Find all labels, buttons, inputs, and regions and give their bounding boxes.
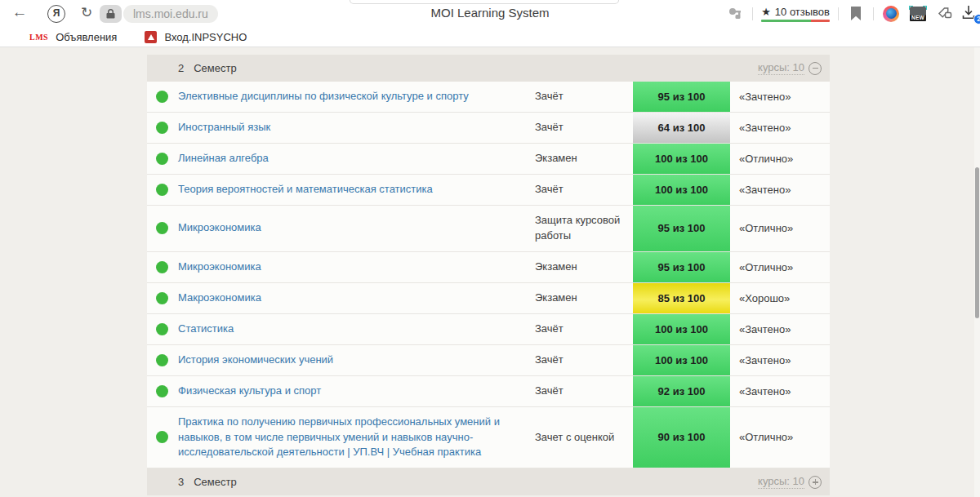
- bookmarks-bar: LMS Объявления Вход.INPSYCHO: [0, 27, 980, 47]
- course-link[interactable]: Микроэкономика: [178, 260, 261, 275]
- score-badge: 64 из 100: [633, 113, 730, 143]
- courses-count-link[interactable]: курсы: 10: [758, 475, 804, 489]
- courses-count-link[interactable]: курсы: 10: [758, 61, 804, 75]
- site-rating[interactable]: ★ 10 отзывов: [761, 6, 830, 22]
- grade-text: «Зачтено»: [730, 376, 830, 406]
- grade-text: «Зачтено»: [730, 82, 830, 112]
- score-badge: 100 из 100: [633, 175, 730, 205]
- assessment-type: Зачёт: [535, 345, 633, 375]
- separator: [752, 7, 753, 20]
- separator: [838, 7, 839, 20]
- screenshot-tool-icon[interactable]: NEW: [908, 7, 928, 21]
- course-row: Статистика Зачёт 100 из 100 «Зачтено»: [147, 314, 830, 345]
- assessment-type: Экзамен: [535, 252, 633, 282]
- downloads-button[interactable]: 2: [962, 5, 978, 23]
- collapse-semester-button[interactable]: [808, 62, 822, 75]
- url-text[interactable]: lms.moi.edu.ru: [123, 5, 218, 23]
- course-link[interactable]: Практика по получению первичных професси…: [178, 415, 520, 461]
- grade-text: «Отлично»: [730, 206, 830, 251]
- status-dot-icon: [156, 385, 168, 397]
- status-dot-icon: [156, 122, 168, 134]
- score-badge: 95 из 100: [633, 206, 730, 251]
- course-link[interactable]: Физическая культура и спорт: [178, 384, 321, 399]
- score-badge: 92 из 100: [633, 376, 730, 406]
- status-dot-icon: [156, 354, 168, 366]
- course-row: Микроэкономика Защита курсовой работы 95…: [147, 206, 830, 252]
- bookmark-inpsycho[interactable]: Вход.INPSYCHO: [145, 31, 247, 43]
- status-dot-icon: [156, 222, 168, 234]
- bookmark-announcements[interactable]: LMS Объявления: [29, 31, 117, 43]
- assessment-type: Зачет с оценкой: [535, 407, 633, 468]
- separator: [873, 7, 874, 20]
- address-bar[interactable]: lms.moi.edu.ru: [100, 5, 218, 23]
- status-dot-icon: [156, 153, 168, 165]
- assessment-type: Зачёт: [535, 376, 633, 406]
- course-link[interactable]: Теория вероятностей и математическая ста…: [178, 182, 433, 197]
- course-link[interactable]: Линейная алгебра: [178, 151, 269, 166]
- expand-semester-button[interactable]: [808, 476, 822, 489]
- active-tab-edge: [350, 0, 619, 4]
- bookmark-label: Вход.INPSYCHO: [164, 31, 247, 43]
- scrollbar-thumb[interactable]: [975, 167, 979, 318]
- grade-text: «Хорошо»: [730, 283, 830, 313]
- status-dot-icon: [156, 261, 168, 273]
- lms-favicon: LMS: [29, 33, 48, 42]
- course-link[interactable]: Статистика: [178, 322, 234, 337]
- course-row: Элективные дисциплины по физической куль…: [147, 82, 830, 113]
- assessment-type: Зачёт: [535, 82, 633, 112]
- rating-bar: [761, 20, 830, 22]
- lock-icon[interactable]: [100, 5, 122, 23]
- rating-text: 10 отзывов: [775, 6, 830, 18]
- course-link[interactable]: Микроэкономика: [178, 220, 261, 236]
- course-row: Линейная алгебра Экзамен 100 из 100 «Отл…: [147, 144, 830, 175]
- course-row: Практика по получению первичных професси…: [147, 407, 830, 469]
- grade-text: «Отлично»: [730, 252, 830, 282]
- collections-tag-icon[interactable]: [936, 5, 954, 23]
- course-link[interactable]: История экономических учений: [178, 353, 333, 368]
- assessment-type: Зачёт: [535, 175, 633, 205]
- extension-browser-icon[interactable]: [882, 5, 900, 23]
- semester-number: 2: [178, 62, 184, 74]
- status-dot-icon: [156, 292, 168, 304]
- grade-text: «Отлично»: [730, 407, 830, 468]
- back-button[interactable]: ←: [10, 2, 29, 22]
- refresh-button[interactable]: ↻: [77, 3, 96, 23]
- page-content: 2 Семестр курсы: 10 Элективные дисциплин…: [0, 47, 980, 497]
- status-dot-icon: [156, 431, 168, 443]
- bookmark-icon[interactable]: [847, 5, 865, 23]
- semester-3-header: 3 Семестр курсы: 10: [147, 468, 830, 495]
- score-badge: 95 из 100: [633, 82, 730, 112]
- course-link[interactable]: Иностранный язык: [178, 120, 270, 135]
- grade-text: «Зачтено»: [730, 113, 830, 143]
- star-icon: ★: [761, 6, 771, 18]
- course-rows: Элективные дисциплины по физической куль…: [147, 82, 830, 468]
- status-dot-icon: [156, 91, 168, 103]
- score-badge: 85 из 100: [633, 283, 730, 313]
- yandex-button[interactable]: Я: [47, 5, 65, 23]
- assessment-type: Защита курсовой работы: [535, 206, 633, 251]
- course-link[interactable]: Макроэкономика: [178, 291, 261, 306]
- score-badge: 90 из 100: [633, 407, 730, 468]
- course-row: Микроэкономика Экзамен 95 из 100 «Отличн…: [147, 252, 830, 283]
- scrollbar-track[interactable]: [974, 47, 980, 497]
- course-row: История экономических учений Зачёт 100 и…: [147, 345, 830, 376]
- assessment-type: Экзамен: [535, 283, 633, 313]
- semester-2-header: 2 Семестр курсы: 10: [147, 55, 830, 82]
- protect-key-icon[interactable]: [726, 5, 744, 23]
- course-link[interactable]: Элективные дисциплины по физической куль…: [178, 89, 469, 104]
- course-row: Макроэкономика Экзамен 85 из 100 «Хорошо…: [147, 283, 830, 314]
- assessment-type: Зачёт: [535, 314, 633, 344]
- bookmark-label: Объявления: [56, 31, 117, 43]
- status-dot-icon: [156, 184, 168, 196]
- browser-window: ← Я ↻ lms.moi.edu.ru MOI Learning System…: [0, 0, 980, 497]
- semester-title: Семестр: [194, 62, 236, 74]
- course-row: Иностранный язык Зачёт 64 из 100 «Зачтен…: [147, 113, 830, 144]
- semester-title: Семестр: [194, 476, 236, 488]
- score-badge: 95 из 100: [633, 252, 730, 282]
- semester-number: 3: [178, 476, 184, 488]
- status-dot-icon: [156, 323, 168, 335]
- score-badge: 100 из 100: [633, 144, 730, 174]
- browser-toolbar: ← Я ↻ lms.moi.edu.ru MOI Learning System…: [0, 0, 980, 27]
- inpsycho-favicon: [145, 31, 157, 43]
- score-badge: 100 из 100: [633, 345, 730, 375]
